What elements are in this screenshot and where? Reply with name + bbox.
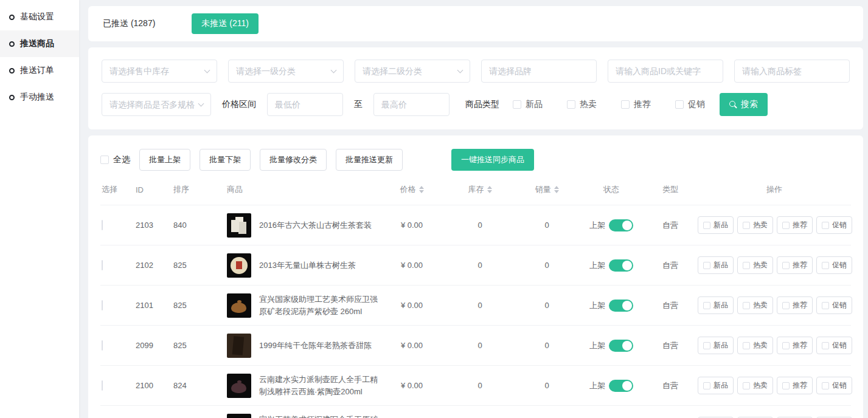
checkbox[interactable] (675, 100, 684, 109)
multi-spec-input[interactable] (102, 93, 211, 116)
tag-promo-checkbox[interactable] (822, 222, 829, 229)
product-thumbnail[interactable] (227, 293, 251, 318)
search-button[interactable]: 搜索 (720, 93, 768, 116)
tab-unpushed[interactable]: 未推送 (211) (192, 13, 259, 34)
tag-recommend-checkbox[interactable] (782, 302, 790, 309)
filter-field-input[interactable] (355, 60, 470, 83)
tag-promo-button[interactable]: 促销 (816, 296, 852, 314)
status-toggle[interactable] (609, 340, 633, 352)
tag-new-button[interactable]: 新品 (698, 256, 734, 274)
product-thumbnail[interactable] (227, 253, 251, 278)
checkbox[interactable] (513, 100, 521, 109)
sort-stock[interactable]: 库存 (446, 184, 514, 195)
tag-promo-button[interactable]: 促销 (816, 337, 852, 354)
batch-button[interactable]: 批量修改分类 (260, 149, 327, 171)
tag-promo-checkbox[interactable] (822, 302, 829, 309)
tag-recommend-button[interactable]: 推荐 (777, 256, 813, 274)
product-name[interactable]: 2016年古六大茶山古树生茶套装 (259, 219, 372, 231)
tag-promo-checkbox[interactable] (822, 262, 829, 269)
product-name[interactable]: 1999年纯干仓陈年老熟茶香甜陈 (259, 340, 372, 352)
tag-hot-button[interactable]: 热卖 (737, 296, 773, 314)
tag-hot-checkbox[interactable] (743, 262, 750, 269)
tag-recommend-checkbox[interactable] (782, 262, 790, 269)
tag-promo-checkbox[interactable] (822, 342, 829, 349)
tag-new-checkbox[interactable] (703, 342, 710, 349)
tag-recommend-checkbox[interactable] (782, 222, 790, 229)
sidebar-item[interactable]: 基础设置 (0, 4, 79, 30)
checkbox[interactable] (621, 100, 630, 109)
min-price-input[interactable] (267, 93, 343, 116)
tag-hot-checkbox[interactable] (743, 222, 750, 229)
product-thumbnail[interactable] (227, 374, 251, 398)
product-name[interactable]: 宜兴工艺美术师恽建军全手工原矿底 (259, 414, 378, 418)
sidebar-item[interactable]: 推送商品 (0, 30, 79, 57)
row-checkbox[interactable] (102, 260, 103, 270)
product-name[interactable]: 宜兴国家级助理工艺美术师应卫强原矿老段泥葫芦紫砂壶 260ml (259, 293, 378, 318)
filter-field-input[interactable] (228, 60, 344, 83)
sidebar-item[interactable]: 推送订单 (0, 57, 79, 84)
tab-pushed[interactable]: 已推送 (1287) (103, 18, 155, 29)
sort-arrows-icon[interactable] (487, 186, 492, 193)
batch-button[interactable]: 批量上架 (139, 149, 190, 171)
row-checkbox[interactable] (102, 380, 103, 391)
status-toggle[interactable] (609, 300, 633, 312)
product-name[interactable]: 2013年无量山单株古树生茶 (259, 259, 356, 272)
batch-button[interactable]: 批量推送更新 (336, 149, 403, 171)
product-thumbnail[interactable] (227, 334, 251, 358)
type-checkbox-item[interactable]: 促销 (675, 99, 705, 110)
batch-buttons: 批量上架 批量下架 批量修改分类 批量推送更新 (139, 149, 403, 171)
filter-field-input[interactable] (102, 60, 217, 83)
tag-recommend-checkbox[interactable] (782, 342, 790, 349)
tag-new-checkbox[interactable] (703, 382, 710, 389)
row-checkbox[interactable] (102, 340, 103, 351)
tag-promo-button[interactable]: 促销 (816, 216, 852, 234)
row-checkbox[interactable] (102, 300, 103, 310)
tag-recommend-button[interactable]: 推荐 (777, 216, 813, 234)
tag-hot-button[interactable]: 热卖 (737, 377, 773, 394)
push-sync-all-button[interactable]: 一键推送同步商品 (451, 149, 534, 171)
filter-field-input[interactable] (608, 60, 723, 83)
tag-new-checkbox[interactable] (703, 262, 710, 269)
sidebar-item[interactable]: 手动推送 (0, 84, 79, 111)
tag-hot-button[interactable]: 热卖 (737, 256, 773, 274)
tag-hot-button[interactable]: 热卖 (737, 216, 773, 234)
tag-new-button[interactable]: 新品 (698, 216, 734, 234)
tag-hot-checkbox[interactable] (743, 382, 750, 389)
product-name[interactable]: 云南建水实力派制壶匠人全手工精制浅雕祥云西施·紫陶壶200ml (259, 374, 378, 398)
status-toggle[interactable] (609, 259, 633, 272)
tag-hot-checkbox[interactable] (743, 302, 750, 309)
tag-new-button[interactable]: 新品 (698, 337, 734, 354)
max-price-input[interactable] (373, 93, 450, 116)
tag-recommend-button[interactable]: 推荐 (777, 337, 813, 354)
sort-arrows-icon[interactable] (554, 186, 559, 193)
tag-recommend-button[interactable]: 推荐 (777, 296, 813, 314)
product-thumbnail[interactable] (227, 414, 251, 418)
filter-field-input[interactable] (481, 60, 597, 83)
tag-new-button[interactable]: 新品 (698, 296, 734, 314)
sort-sales[interactable]: 销量 (514, 184, 580, 195)
sort-price[interactable]: 价格 (378, 184, 446, 195)
filter-field-input[interactable] (734, 60, 850, 83)
type-checkbox-item[interactable]: 新品 (513, 99, 543, 110)
checkbox[interactable] (567, 100, 575, 109)
tag-new-button[interactable]: 新品 (698, 377, 734, 394)
select-all[interactable]: 全选 (100, 154, 130, 165)
tag-recommend-checkbox[interactable] (782, 382, 790, 389)
tag-promo-checkbox[interactable] (822, 382, 829, 389)
status-toggle[interactable] (609, 380, 633, 392)
product-thumbnail[interactable] (227, 213, 251, 238)
type-checkbox-item[interactable]: 推荐 (621, 99, 651, 110)
tag-hot-checkbox[interactable] (743, 342, 750, 349)
tag-promo-button[interactable]: 促销 (816, 377, 852, 394)
tag-new-checkbox[interactable] (703, 302, 710, 309)
tag-promo-button[interactable]: 促销 (816, 256, 852, 274)
batch-button[interactable]: 批量下架 (200, 149, 251, 171)
row-checkbox[interactable] (102, 220, 103, 230)
tag-hot-button[interactable]: 热卖 (737, 337, 773, 354)
status-toggle[interactable] (609, 219, 633, 231)
type-checkbox-item[interactable]: 热卖 (567, 99, 597, 110)
tag-recommend-button[interactable]: 推荐 (777, 377, 813, 394)
select-all-checkbox[interactable] (100, 156, 109, 164)
tag-new-checkbox[interactable] (703, 222, 710, 229)
sort-arrows-icon[interactable] (419, 186, 424, 193)
